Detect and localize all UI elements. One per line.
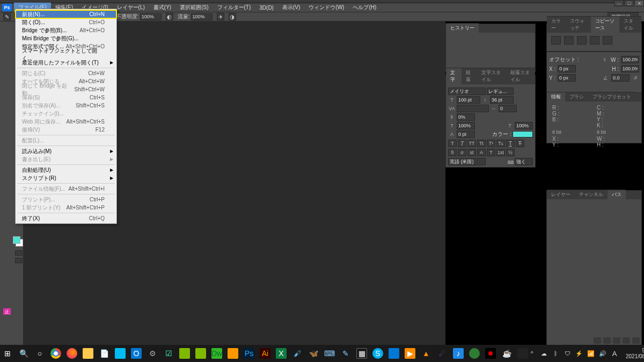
app-green-icon[interactable]	[179, 348, 190, 359]
file-save-as[interactable]: 別名で保存(A)...Shift+Ctrl+S	[16, 102, 116, 110]
start-button[interactable]: ⊞	[2, 348, 13, 359]
screenmode-toggle[interactable]	[15, 258, 23, 263]
file-import[interactable]: 読み込み(M)▶	[16, 147, 116, 155]
copysrc-w[interactable]	[621, 56, 639, 63]
copysource-slot-5[interactable]	[603, 36, 612, 45]
menu-filter[interactable]: フィルター(T)	[213, 3, 255, 12]
menu-layer[interactable]: レイヤー(L)	[113, 3, 149, 12]
tray-shield-icon[interactable]: 🛡	[564, 350, 571, 357]
copysrc-x[interactable]	[558, 65, 576, 73]
obs-icon[interactable]: ▦	[356, 348, 367, 359]
file-open[interactable]: 開く(O)...Ctrl+O	[16, 18, 116, 26]
file-info[interactable]: ファイル情報(F)...Alt+Shift+Ctrl+I	[16, 185, 116, 193]
tab-layers[interactable]: レイヤー	[547, 190, 575, 199]
language[interactable]	[448, 158, 486, 165]
tray-bt-icon[interactable]: ᛒ	[552, 350, 559, 357]
music-icon[interactable]: ♪	[453, 348, 464, 359]
tray-battery-icon[interactable]: ⚡	[575, 350, 583, 357]
quickmask-toggle[interactable]	[15, 250, 23, 256]
globe-icon[interactable]	[469, 348, 480, 359]
smallcaps[interactable]: Tt	[477, 140, 486, 147]
outlook-icon[interactable]: O	[131, 348, 142, 359]
menu-type[interactable]: 書式(Y)	[149, 3, 175, 12]
scale-h2[interactable]	[515, 122, 533, 129]
superscript[interactable]: T¹	[487, 140, 495, 147]
app-yellow-icon[interactable]: ☕	[501, 348, 512, 359]
scale-h[interactable]	[457, 122, 475, 129]
antialias[interactable]	[515, 158, 533, 165]
ot-7[interactable]: ½	[506, 149, 515, 156]
photos-icon[interactable]	[115, 348, 126, 359]
record-icon[interactable]	[485, 348, 496, 359]
app-black-icon[interactable]	[517, 348, 528, 359]
copysrc-y[interactable]	[558, 74, 576, 82]
faux-italic[interactable]: T	[458, 140, 466, 147]
zoom-icon[interactable]	[389, 348, 399, 359]
tab-channels[interactable]: チャンネル	[575, 190, 608, 199]
tab-character[interactable]: 文字	[446, 68, 462, 84]
app-green2-icon[interactable]	[195, 348, 206, 359]
terminal-icon[interactable]: ⌨	[324, 348, 335, 359]
menu-select[interactable]: 選択範囲(S)	[175, 3, 213, 12]
app-purple-icon[interactable]: ☄	[437, 348, 448, 359]
tab-charstyle[interactable]: 文字スタイル	[477, 68, 506, 84]
ime-indicator[interactable]: A	[611, 350, 618, 357]
settings-icon[interactable]: ⚙	[147, 348, 158, 359]
tool-preset-icon[interactable]: ✎	[3, 13, 11, 20]
ot-1[interactable]: fi	[448, 149, 457, 156]
baseline[interactable]	[457, 131, 475, 138]
font-family[interactable]	[448, 88, 486, 95]
media-icon[interactable]: ▶	[405, 348, 415, 359]
chrome-icon[interactable]	[50, 348, 61, 359]
tracking[interactable]	[499, 105, 517, 112]
ot-5[interactable]: T	[487, 149, 495, 156]
file-close[interactable]: 閉じる(C)Ctrl+W	[16, 69, 116, 77]
file-browse-bridge[interactable]: Bridge で参照(B)...Alt+Ctrl+O	[16, 26, 116, 34]
subscript[interactable]: T₁	[496, 140, 505, 147]
file-save-web[interactable]: Web 用に保存...Alt+Shift+Ctrl+S	[16, 118, 116, 126]
path-selection-icon[interactable]	[613, 337, 620, 344]
tray-wifi-icon[interactable]: 📶	[587, 350, 595, 357]
excel-icon[interactable]: X	[276, 348, 287, 359]
sublime-icon[interactable]	[228, 348, 238, 359]
tab-info[interactable]: 情報	[547, 92, 565, 102]
file-open-recent[interactable]: 最近使用したファイルを開く(T)▶	[16, 59, 116, 67]
menu-3d[interactable]: 3D(D)	[255, 4, 278, 12]
tab-history[interactable]: ヒストリー	[446, 23, 479, 33]
tab-brush[interactable]: ブラシ	[565, 92, 588, 102]
path-fill-icon[interactable]	[594, 337, 601, 344]
ot-2[interactable]: σ	[458, 149, 466, 156]
window-maximize[interactable]: ☐	[624, 0, 634, 6]
tab-swatch[interactable]: スウォッチ	[566, 16, 591, 33]
dreamweaver-icon[interactable]: Dw	[211, 348, 222, 359]
airbrush-icon[interactable]: ✈	[217, 13, 224, 20]
file-exit[interactable]: 終了(X)Ctrl+Q	[16, 214, 116, 222]
reset-icon[interactable]: ↺	[632, 75, 639, 81]
tab-paths[interactable]: パス	[608, 190, 626, 199]
vlc-icon[interactable]: ▲	[421, 348, 431, 359]
ot-6[interactable]: 1st	[496, 149, 505, 156]
file-revert[interactable]: 復帰(V)F12	[16, 126, 116, 134]
tab-brushpreset[interactable]: ブラシプリセット	[588, 92, 635, 102]
window-minimize[interactable]: —	[614, 0, 624, 6]
file-new[interactable]: 新規(N)...Ctrl+N	[16, 10, 116, 18]
underline[interactable]: T	[506, 140, 515, 147]
code-icon[interactable]: ✎	[340, 348, 351, 359]
file-export[interactable]: 書き出し(E)▶	[16, 155, 116, 163]
copysrc-angle[interactable]	[611, 74, 630, 82]
font-size[interactable]	[457, 96, 480, 104]
font-style[interactable]	[487, 88, 514, 95]
leading[interactable]	[490, 96, 514, 104]
paint-icon[interactable]: 🖌	[292, 348, 303, 359]
notepad-icon[interactable]: 📄	[99, 348, 109, 359]
tab-style[interactable]: スタイル	[619, 16, 641, 33]
ot-4[interactable]: A	[477, 149, 486, 156]
tab-copysource[interactable]: コピーソース	[591, 16, 619, 33]
foreground-color[interactable]	[13, 236, 20, 244]
copysrc-h[interactable]	[621, 65, 639, 73]
ot-3[interactable]: st	[467, 149, 476, 156]
menu-help[interactable]: ヘルプ(H)	[348, 3, 380, 12]
explorer-icon[interactable]	[83, 348, 93, 359]
file-close-bridge[interactable]: 閉じて Bridge を起動...Shift+Ctrl+W	[16, 85, 116, 93]
opacity-input[interactable]	[140, 13, 162, 20]
